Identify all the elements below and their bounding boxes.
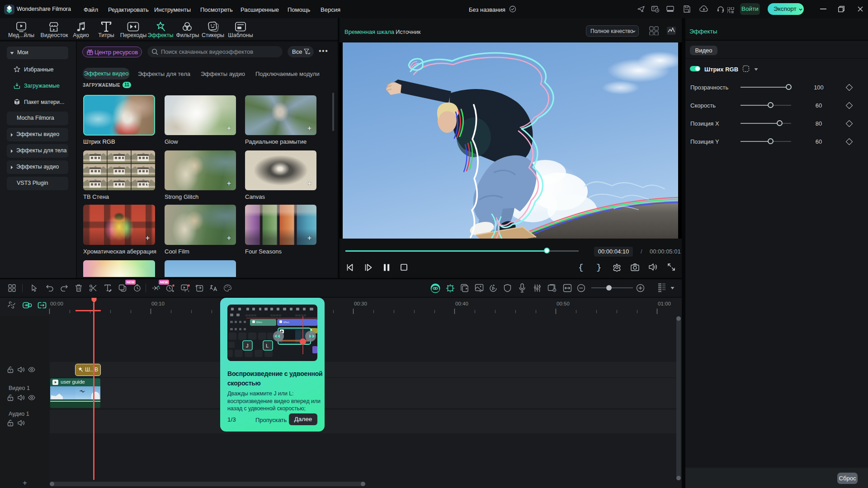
svg-text:00:00:00:00: 00:00:00:00: [245, 314, 256, 317]
svg-text:Effect: Effect: [256, 321, 262, 324]
svg-text:00:00:05:00: 00:00:05:00: [270, 314, 281, 317]
svg-text:00:00:20:00: 00:00:20:00: [295, 314, 306, 317]
svg-text:00:40: 00:40: [455, 301, 468, 306]
svg-text:00:50: 00:50: [557, 301, 570, 306]
svg-text:Effect: Effect: [283, 321, 289, 324]
svg-text:L: L: [266, 343, 269, 348]
svg-text:00:30: 00:30: [354, 301, 367, 306]
svg-text:01:00: 01:00: [658, 301, 671, 306]
svg-text:00:00: 00:00: [50, 301, 63, 306]
svg-text:00:10: 00:10: [151, 301, 165, 306]
svg-text:J: J: [246, 343, 249, 348]
